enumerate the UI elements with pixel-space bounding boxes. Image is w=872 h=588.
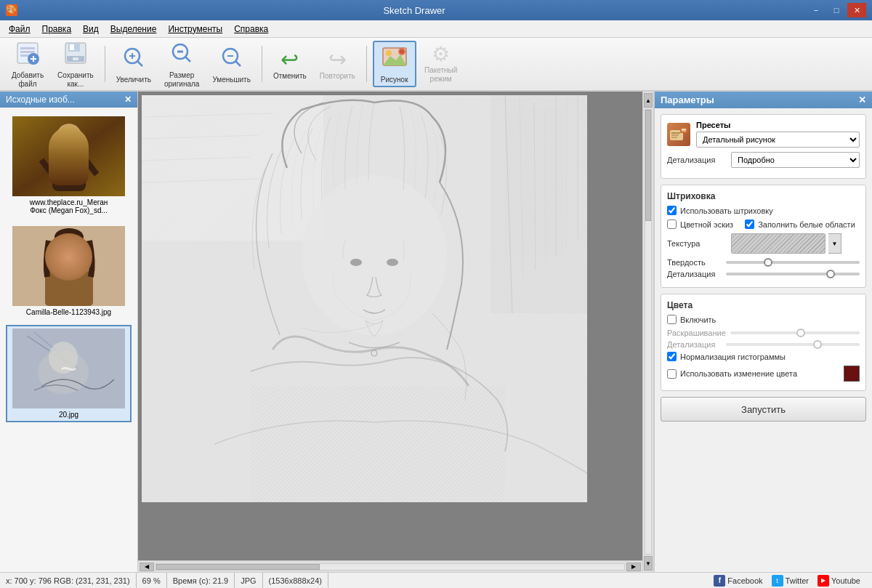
right-panel-close[interactable]: ✕ (858, 94, 866, 105)
picture-label: Рисунок (381, 76, 408, 84)
color-sketch-checkbox[interactable] (667, 220, 677, 229)
save-as-button[interactable]: Сохранитькак... (52, 41, 99, 87)
menu-help[interactable]: Справка (228, 23, 274, 36)
facebook-link[interactable]: f Facebook (714, 575, 762, 587)
preset-section: Пресеты Детальный рисунок Простой рисуно… (661, 114, 866, 179)
svg-point-34 (56, 230, 82, 259)
detail-select[interactable]: Подробно Средне Грубо (731, 152, 860, 168)
add-file-icon (15, 40, 41, 70)
left-panel-close[interactable]: ✕ (124, 94, 132, 105)
scroll-right[interactable]: ▶ (626, 563, 641, 571)
close-button[interactable]: ✕ (847, 3, 866, 17)
preset-select-wrapper: Пресеты Детальный рисунок Простой рисуно… (696, 121, 860, 148)
preset-select[interactable]: Детальный рисунок Простой рисунок Художе… (696, 132, 860, 148)
zoom-in-button[interactable]: Увеличить (111, 41, 156, 87)
zoom-out-button[interactable]: Уменьшить (207, 41, 255, 87)
save-as-icon (62, 40, 89, 70)
menu-view[interactable]: Вид (77, 23, 105, 36)
svg-line-15 (137, 61, 142, 66)
undo-button[interactable]: ↩ Отменить (268, 41, 312, 87)
minimize-button[interactable]: − (807, 3, 825, 17)
svg-rect-35 (45, 271, 93, 306)
original-size-button[interactable]: Размероригинала (159, 41, 204, 87)
svg-rect-27 (12, 116, 125, 196)
fill-white-row: Заполнить белые области (745, 220, 855, 229)
image-thumb-2 (12, 226, 125, 306)
svg-point-26 (400, 49, 404, 54)
enable-color-label: Включить (680, 315, 716, 324)
list-item[interactable]: 20.jpg (6, 325, 132, 422)
svg-rect-70 (680, 127, 687, 133)
picture-icon (382, 44, 408, 74)
svg-rect-29 (52, 151, 86, 191)
youtube-link[interactable]: ▶ Youtube (818, 575, 860, 587)
svg-point-40 (38, 350, 89, 394)
normalize-label: Нормализация гистограммы (680, 353, 786, 361)
facebook-label: Facebook (727, 576, 762, 585)
texture-dropdown[interactable]: ▼ (828, 233, 841, 254)
preset-label: Пресеты (696, 121, 860, 129)
svg-rect-11 (73, 57, 78, 60)
save-as-label: Сохранитькак... (57, 71, 94, 89)
hardness-slider[interactable] (726, 261, 860, 264)
detail-row: Детализация Подробно Средне Грубо (667, 152, 860, 168)
maximize-button[interactable]: □ (827, 3, 846, 17)
v-scrollbar[interactable]: ▲ ▼ (642, 92, 654, 572)
svg-point-50 (350, 259, 362, 266)
color-swatch[interactable] (844, 366, 860, 382)
hardness-row: Твердость (667, 258, 860, 267)
right-panel-header: Параметры ✕ (655, 92, 872, 108)
menu-tools[interactable]: Инструменты (162, 23, 228, 36)
colorize-row: Раскрашивание (667, 329, 860, 337)
window-controls: − □ ✕ (807, 3, 866, 17)
scroll-up[interactable]: ▲ (644, 93, 653, 108)
social-links: f Facebook t Twitter ▶ Youtube (708, 575, 866, 587)
original-size-icon (169, 40, 195, 70)
twitter-icon: t (772, 575, 783, 587)
colorize-slider[interactable] (730, 331, 860, 334)
normalize-checkbox[interactable] (667, 352, 677, 361)
color-detail-slider[interactable] (726, 343, 860, 346)
h-scrollbar[interactable]: ◀ ▶ (138, 560, 642, 572)
add-file-label: Добавитьфайл (12, 71, 44, 89)
app-icon: 🎨 (6, 4, 17, 16)
menu-edit[interactable]: Правка (36, 23, 78, 36)
canvas-area: ◀ ▶ (138, 92, 642, 572)
svg-point-36 (54, 228, 84, 246)
toolbar: Добавитьфайл Сохранитькак... Увеличить (0, 38, 872, 92)
list-item[interactable]: Camilla-Belle-1123943.jpg (6, 223, 132, 319)
status-bar: x: 700 y: 796 RGB: (231, 231, 231) 69 % … (0, 572, 872, 588)
redo-button[interactable]: ↪ Повторить (315, 41, 360, 87)
picture-button[interactable]: Рисунок (373, 41, 416, 87)
zoom-display: 69 % (137, 573, 167, 588)
svg-line-18 (185, 57, 190, 62)
list-item[interactable]: www.theplace.ru_МеганФокс (Megan Fox)_sd… (6, 113, 132, 217)
run-button[interactable]: Запустить (661, 397, 866, 422)
svg-rect-2 (20, 51, 35, 53)
youtube-icon: ▶ (818, 575, 829, 587)
main-area: Исходные изоб... ✕ (0, 92, 872, 572)
detail2-row: Детализация (667, 270, 860, 278)
color-change-checkbox-wrap: Использовать изменение цвета (667, 369, 797, 379)
undo-icon: ↩ (280, 49, 299, 71)
enable-color-checkbox[interactable] (667, 315, 677, 324)
twitter-label: Twitter (786, 576, 809, 585)
v-scroll-thumb[interactable] (645, 110, 651, 221)
h-scroll-thumb[interactable] (156, 564, 320, 570)
scroll-left[interactable]: ◀ (140, 563, 154, 571)
batch-button[interactable]: ⚙ Пакетныйрежим (419, 41, 463, 87)
toolbar-sep-3 (366, 46, 367, 82)
right-panel-title: Параметры (661, 94, 714, 105)
add-file-button[interactable]: Добавитьфайл (6, 41, 49, 87)
color-change-checkbox[interactable] (667, 369, 677, 379)
preset-icon (667, 123, 690, 146)
detail2-slider[interactable] (726, 273, 860, 275)
use-hatching-checkbox[interactable] (667, 206, 677, 215)
canvas-scroll[interactable] (138, 92, 642, 560)
scroll-down[interactable]: ▼ (644, 556, 653, 571)
menu-selection[interactable]: Выделение (105, 23, 163, 36)
fill-white-checkbox[interactable] (745, 220, 754, 229)
twitter-link[interactable]: t Twitter (772, 575, 809, 587)
menu-file[interactable]: Файл (3, 23, 36, 36)
redo-icon: ↪ (328, 49, 347, 71)
